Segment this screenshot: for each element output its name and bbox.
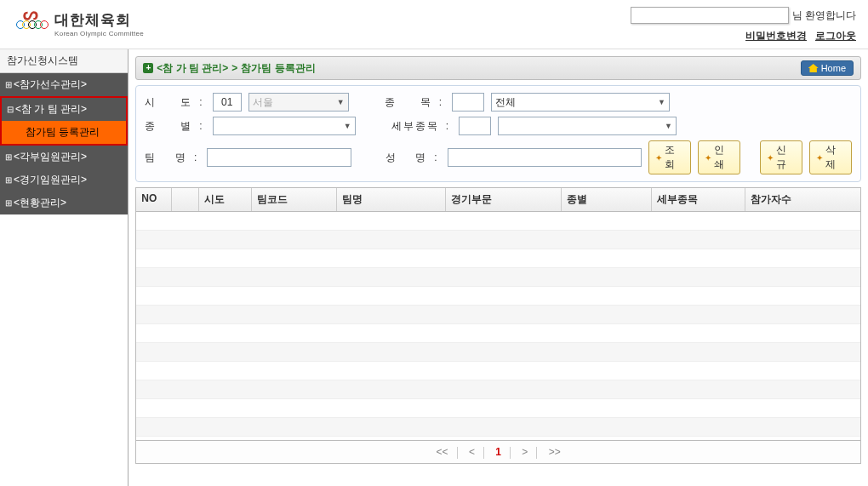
sidebar-item-participant-team[interactable]: ⊟ <참 가 팀 관리> [0,96,128,121]
change-password-link[interactable]: 비밀번호변경 [745,29,807,43]
col-gamebumoon[interactable]: 경기부문 [446,188,562,211]
col-sido[interactable]: 시도 [199,188,252,211]
sidebar-item-label: <참 가 팀 관리> [15,102,87,117]
diamond-icon: ✦ [655,153,662,163]
delete-button[interactable]: ✦삭 제 [809,140,852,174]
sidebar-item-staff[interactable]: ⊞ <각부임원관리> [0,146,128,169]
pager-first[interactable]: << [430,444,455,460]
table-row[interactable] [136,212,860,231]
sidebar-item-label: <현황관리> [14,196,66,210]
col-jongbyeol[interactable]: 종별 [562,188,652,211]
sidebar-item-participant-player[interactable]: ⊞ <참가선수관리> [0,73,128,96]
sidebar-subitem-team-register[interactable]: 참가팀 등록관리 [0,121,128,146]
pager-next[interactable]: > [515,444,534,460]
sido-select-value: 서울 [253,95,273,110]
jongmok-label: 종 목 [385,95,432,110]
diamond-icon: ✦ [705,153,711,163]
breadcrumb-bar: + <참 가 팀 관리> > 참가팀 등록관리 Home [135,56,861,80]
diamond-icon: ✦ [767,153,774,163]
col-teamname[interactable]: 팀명 [337,188,446,211]
name-label: 성 명 [385,151,428,165]
olympic-rings-icon [16,20,46,29]
sidebar-item-label: <참가선수관리> [14,77,87,92]
logo: ᔕ 대한체육회 Korean Olympic Committee [12,7,144,41]
user-panel: 님 환영합니다 비밀번호변경 로그아웃 [631,7,856,43]
jongmok-value: 전체 [495,95,516,110]
plus-box-icon: ⊞ [5,152,12,162]
jongmok-select[interactable]: 전체 ▼ [491,93,670,111]
table-row[interactable] [136,306,860,324]
teamname-label: 팀 명 [145,151,187,165]
pager-current[interactable]: 1 [488,444,508,460]
username-input[interactable] [631,7,789,24]
table-row[interactable] [136,418,860,437]
grid-body [136,212,860,440]
sido-select[interactable]: 서울 ▼ [248,93,349,111]
sidebar-item-status[interactable]: ⊞ <현황관리> [0,192,128,214]
breadcrumb-sep: > [231,62,237,74]
col-count[interactable]: 참가자수 [745,188,860,211]
jongmok-code-input[interactable] [452,93,484,111]
logo-icon: ᔕ [12,7,49,41]
jongbyeol-label: 종 별 [145,119,192,134]
table-row[interactable] [136,231,860,249]
table-row[interactable] [136,324,860,343]
chevron-down-icon: ▼ [337,98,345,106]
logout-link[interactable]: 로그아웃 [815,29,856,43]
sidebar-item-game-staff[interactable]: ⊞ <경기임원관리> [0,169,128,192]
sebu-select[interactable]: ▼ [498,117,677,135]
plus-box-icon: ⊞ [5,198,12,208]
new-button[interactable]: ✦신 규 [760,140,802,174]
table-row[interactable] [136,287,860,306]
col-teamcode[interactable]: 팀코드 [252,188,337,211]
home-label: Home [821,63,846,73]
filter-panel: 시 도: 01 서울 ▼ 종 목: 전체 ▼ 종 별: ▼ [135,85,861,182]
col-sebu[interactable]: 세부종목 [652,188,745,211]
sido-label: 시 도 [145,95,192,110]
home-icon [808,64,819,72]
breadcrumb-path1: <참 가 팀 관리> [157,61,228,76]
jongbyeol-select[interactable]: ▼ [213,117,356,135]
sidebar-title: 참가신청시스템 [0,49,128,73]
sidebar-item-label: <경기임원관리> [14,173,87,187]
pager-prev[interactable]: < [462,444,482,460]
data-grid: NO 시도 팀코드 팀명 경기부문 종별 세부종목 참가자수 [135,187,861,441]
col-check[interactable] [172,188,199,211]
logo-title-ko: 대한체육회 [54,10,144,30]
sidebar-item-label: <각부임원관리> [14,150,87,164]
plus-icon: + [143,63,153,73]
chevron-down-icon: ▼ [658,98,665,106]
search-button[interactable]: ✦조 회 [648,140,691,174]
sebu-code-input[interactable] [459,117,491,135]
plus-box-icon: ⊞ [5,175,12,185]
table-row[interactable] [136,343,860,362]
sidebar: 참가신청시스템 ⊞ <참가선수관리> ⊟ <참 가 팀 관리> 참가팀 등록관리… [0,49,128,486]
diamond-icon: ✦ [816,153,823,163]
breadcrumb-path2: 참가팀 등록관리 [241,61,315,76]
home-button[interactable]: Home [801,60,854,76]
table-row[interactable] [136,249,860,268]
name-input[interactable] [448,148,642,167]
chevron-down-icon: ▼ [665,122,672,130]
print-button[interactable]: ✦인 쇄 [698,140,740,174]
table-row[interactable] [136,362,860,380]
logo-title-en: Korean Olympic Committee [54,30,144,37]
main-content: + <참 가 팀 관리> > 참가팀 등록관리 Home 시 도: 01 서울 … [128,49,868,486]
col-no[interactable]: NO [136,188,172,211]
pager-last[interactable]: >> [542,444,568,460]
welcome-text: 님 환영합니다 [792,9,856,23]
teamname-input[interactable] [207,148,351,167]
table-row[interactable] [136,399,860,418]
table-row[interactable] [136,268,860,287]
grid-header: NO 시도 팀코드 팀명 경기부문 종별 세부종목 참가자수 [136,188,860,212]
minus-box-icon: ⊟ [7,105,14,114]
app-header: ᔕ 대한체육회 Korean Olympic Committee 님 환영합니다… [0,0,868,49]
breadcrumb: + <참 가 팀 관리> > 참가팀 등록관리 [143,61,315,76]
chevron-down-icon: ▼ [344,122,351,130]
plus-box-icon: ⊞ [5,80,12,89]
pager: << < 1 > >> [135,441,861,464]
sebu-label: 세부종목 [391,119,439,134]
table-row[interactable] [136,380,860,399]
sido-code: 01 [213,93,242,111]
swoosh-icon: ᔕ [23,7,38,20]
